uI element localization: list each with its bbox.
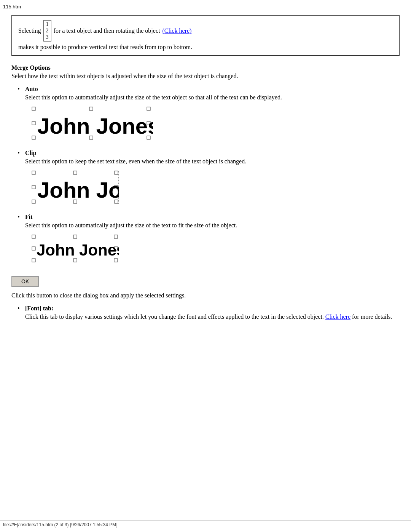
svg-rect-1	[32, 107, 35, 110]
clip-demo: John Jor	[31, 170, 400, 206]
fit-desc: Select this option to automatically adju…	[25, 222, 400, 229]
top-box-line1: Selecting 1 2 3 for a text object and th…	[18, 20, 393, 42]
font-tab-desc-before: Click this tab to display various settin…	[25, 313, 324, 320]
ok-section: OK Click this button to close the dialog…	[11, 272, 400, 299]
merge-options-heading: Merge Options	[11, 64, 400, 71]
fit-title: Fit	[25, 214, 400, 220]
num3: 3	[46, 34, 49, 41]
svg-rect-6	[32, 136, 35, 139]
svg-rect-23	[114, 235, 118, 238]
font-tab-title: [Font] tab:	[25, 305, 400, 312]
font-tab-desc-after: for more details.	[352, 313, 392, 320]
status-bar: file:///E|/insiders/115.htm (2 of 3) [9/…	[0, 520, 411, 529]
ok-desc: Click this button to close the dialog bo…	[11, 292, 400, 299]
main-content: Selecting 1 2 3 for a text object and th…	[0, 11, 411, 343]
bottom-text: makes it possible to produce vertical te…	[18, 44, 192, 50]
list-item-auto: Auto Select this option to automatically…	[11, 86, 400, 142]
auto-demo-svg: John Jones	[31, 106, 153, 141]
filename-label: 115.htm	[3, 4, 21, 10]
auto-demo: John Jones	[31, 106, 400, 142]
svg-rect-10	[32, 171, 35, 174]
num2: 2	[46, 28, 49, 34]
fit-demo: John Jones	[31, 234, 400, 265]
svg-rect-3	[147, 107, 150, 110]
fit-demo-svg: John Jones	[31, 234, 119, 263]
svg-rect-11	[73, 171, 77, 174]
list-item-font-tab: [Font] tab: Click this tab to display va…	[11, 305, 400, 320]
svg-rect-13	[32, 185, 35, 189]
svg-rect-26	[32, 259, 35, 262]
font-tab-desc: Click this tab to display various settin…	[25, 313, 400, 320]
font-tab-list: [Font] tab: Click this tab to display va…	[11, 305, 400, 320]
click-here-link-font[interactable]: Click here	[325, 313, 350, 320]
svg-rect-15	[32, 200, 35, 203]
status-text: file:///E|/insiders/115.htm (2 of 3) [9/…	[3, 522, 118, 527]
svg-text:John Jones: John Jones	[37, 113, 153, 138]
svg-rect-12	[115, 171, 118, 174]
click-here-link-top[interactable]: (Click here)	[162, 27, 191, 34]
top-box-line2: makes it possible to produce vertical te…	[18, 44, 393, 51]
number-list-icon: 1 2 3	[43, 20, 51, 42]
title-bar: 115.htm	[0, 3, 411, 11]
svg-rect-21	[32, 235, 35, 238]
svg-text:John Jones: John Jones	[37, 241, 119, 259]
ok-button[interactable]: OK	[11, 276, 39, 287]
svg-rect-22	[73, 235, 77, 238]
merge-options-list: Auto Select this option to automatically…	[11, 86, 400, 265]
auto-title: Auto	[25, 86, 400, 93]
merge-options-desc: Select how the text within text objects …	[11, 73, 400, 80]
clip-title: Clip	[25, 150, 400, 157]
svg-rect-27	[73, 259, 77, 262]
clip-demo-svg: John Jor	[31, 170, 119, 204]
middle-text: for a text object and then rotating the …	[54, 27, 160, 34]
selecting-label: Selecting	[18, 27, 41, 34]
list-item-fit: Fit Select this option to automatically …	[11, 214, 400, 265]
clip-desc: Select this option to keep the set text …	[25, 158, 400, 165]
auto-desc: Select this option to automatically adju…	[25, 94, 400, 101]
svg-rect-4	[32, 121, 35, 125]
svg-text:John Jor: John Jor	[37, 177, 119, 202]
svg-rect-24	[32, 247, 35, 250]
num1: 1	[46, 21, 49, 28]
svg-rect-28	[114, 259, 118, 262]
top-box: Selecting 1 2 3 for a text object and th…	[11, 15, 400, 56]
list-item-clip: Clip Select this option to keep the set …	[11, 150, 400, 206]
svg-rect-2	[89, 107, 93, 110]
